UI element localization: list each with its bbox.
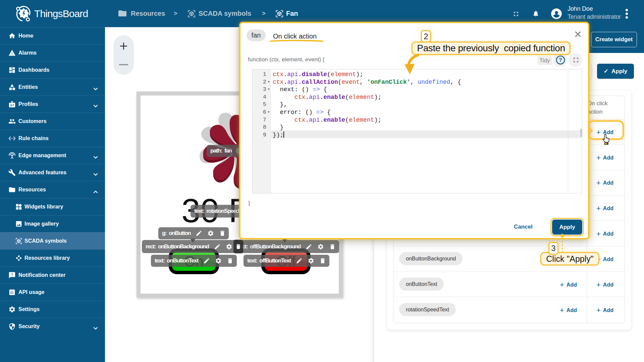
svg-text:?: ? — [559, 57, 562, 63]
